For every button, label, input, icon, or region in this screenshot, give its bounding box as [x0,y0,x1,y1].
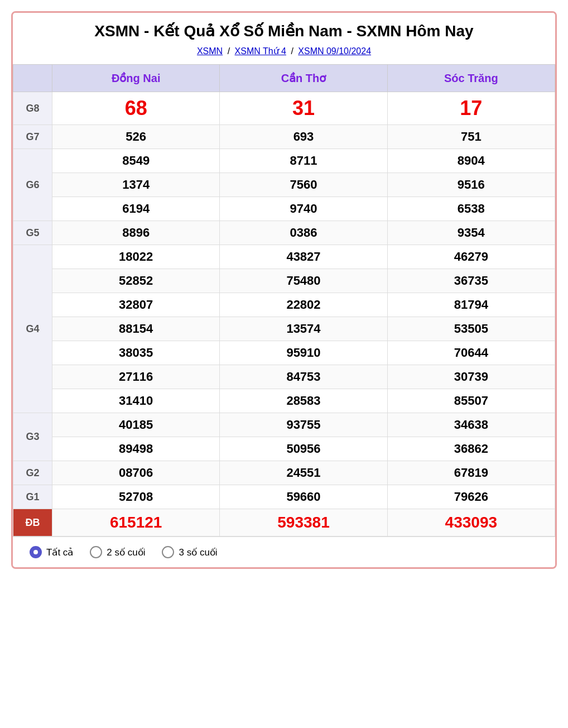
page-title: XSMN - Kết Quả Xổ Số Miền Nam - SXMN Hôm… [13,13,555,44]
breadcrumb-link-2[interactable]: XSMN Thứ 4 [235,46,286,56]
g4-can-tho-3: 22802 [220,293,387,317]
table-row-g6-1: G6 8549 8711 8904 [13,149,555,173]
g6-can-tho-3: 9740 [220,197,387,221]
row-label-g6: G6 [13,149,52,221]
table-row-g4-3: 32807 22802 81794 [13,293,555,317]
g4-can-tho-4: 13574 [220,317,387,341]
table-row-g2: G2 08706 24551 67819 [13,461,555,485]
g6-soc-trang-2: 9516 [387,173,555,197]
col-header-can-tho: Cần Thơ [220,65,387,92]
table-row-g1: G1 52708 59660 79626 [13,485,555,509]
filter-2-digits-label: 2 số cuối [107,547,145,558]
main-container: XSMN - Kết Quả Xổ Số Miền Nam - SXMN Hôm… [11,11,557,569]
g4-soc-trang-2: 36735 [387,269,555,293]
filter-bar: Tất cả 2 số cuối 3 số cuối [13,537,555,567]
g4-dong-nai-7: 31410 [52,389,220,413]
g3-dong-nai-1: 40185 [52,413,220,437]
g6-dong-nai-2: 1374 [52,173,220,197]
table-row-g4-7: 31410 28583 85507 [13,389,555,413]
g3-soc-trang-2: 36862 [387,437,555,461]
table-row-db: ĐB 615121 593381 433093 [13,509,555,537]
g4-soc-trang-7: 85507 [387,389,555,413]
filter-3-digits-label: 3 số cuối [179,547,217,558]
col-header-soc-trang: Sóc Trăng [387,65,555,92]
g2-soc-trang: 67819 [387,461,555,485]
g1-soc-trang: 79626 [387,485,555,509]
row-label-g2: G2 [13,461,52,485]
g4-dong-nai-5: 38035 [52,341,220,365]
g8-soc-trang: 17 [387,92,555,125]
g4-dong-nai-6: 27116 [52,365,220,389]
g2-can-tho: 24551 [220,461,387,485]
g7-dong-nai: 526 [52,125,220,149]
g3-can-tho-1: 93755 [220,413,387,437]
g4-soc-trang-1: 46279 [387,245,555,269]
g5-soc-trang: 9354 [387,221,555,245]
g7-can-tho: 693 [220,125,387,149]
g5-can-tho: 0386 [220,221,387,245]
g6-can-tho-2: 7560 [220,173,387,197]
col-header-label [13,65,52,92]
results-table: Đồng Nai Cần Thơ Sóc Trăng G8 68 31 17 G… [13,64,555,537]
table-row-g4-4: 88154 13574 53505 [13,317,555,341]
table-row-g8: G8 68 31 17 [13,92,555,125]
table-row-g6-2: 1374 7560 9516 [13,173,555,197]
db-dong-nai: 615121 [52,509,220,537]
radio-all [30,546,42,558]
breadcrumb-link-3[interactable]: XSMN 09/10/2024 [298,46,371,56]
g2-dong-nai: 08706 [52,461,220,485]
g4-soc-trang-3: 81794 [387,293,555,317]
table-row-g4-5: 38035 95910 70644 [13,341,555,365]
db-can-tho: 593381 [220,509,387,537]
table-row-g4-2: 52852 75480 36735 [13,269,555,293]
g8-can-tho: 31 [220,92,387,125]
breadcrumb-link-1[interactable]: XSMN [197,46,223,56]
g3-can-tho-2: 50956 [220,437,387,461]
g4-dong-nai-4: 88154 [52,317,220,341]
g4-dong-nai-3: 32807 [52,293,220,317]
row-label-g4: G4 [13,245,52,413]
radio-3-digits [162,546,174,558]
filter-2-digits[interactable]: 2 số cuối [90,546,145,558]
table-row-g4-6: 27116 84753 30739 [13,365,555,389]
row-label-g1: G1 [13,485,52,509]
table-row-g3-1: G3 40185 93755 34638 [13,413,555,437]
g4-can-tho-5: 95910 [220,341,387,365]
g1-can-tho: 59660 [220,485,387,509]
col-header-dong-nai: Đồng Nai [52,65,220,92]
g4-soc-trang-4: 53505 [387,317,555,341]
g4-can-tho-6: 84753 [220,365,387,389]
table-row-g7: G7 526 693 751 [13,125,555,149]
filter-all[interactable]: Tất cả [30,546,73,558]
table-row-g4-1: G4 18022 43827 46279 [13,245,555,269]
g6-dong-nai-1: 8549 [52,149,220,173]
row-label-db: ĐB [13,509,52,537]
g6-soc-trang-1: 8904 [387,149,555,173]
table-row-g6-3: 6194 9740 6538 [13,197,555,221]
g4-can-tho-2: 75480 [220,269,387,293]
db-soc-trang: 433093 [387,509,555,537]
row-label-g5: G5 [13,221,52,245]
filter-3-digits[interactable]: 3 số cuối [162,546,217,558]
g4-soc-trang-5: 70644 [387,341,555,365]
g4-can-tho-7: 28583 [220,389,387,413]
g6-dong-nai-3: 6194 [52,197,220,221]
g6-soc-trang-3: 6538 [387,197,555,221]
row-label-g3: G3 [13,413,52,461]
row-label-g8: G8 [13,92,52,125]
g6-can-tho-1: 8711 [220,149,387,173]
g7-soc-trang: 751 [387,125,555,149]
g4-dong-nai-2: 52852 [52,269,220,293]
row-label-g7: G7 [13,125,52,149]
g8-dong-nai: 68 [52,92,220,125]
radio-2-digits [90,546,102,558]
table-row-g5: G5 8896 0386 9354 [13,221,555,245]
g5-dong-nai: 8896 [52,221,220,245]
g3-dong-nai-2: 89498 [52,437,220,461]
filter-all-label: Tất cả [46,547,73,558]
g3-soc-trang-1: 34638 [387,413,555,437]
table-row-g3-2: 89498 50956 36862 [13,437,555,461]
breadcrumb: XSMN / XSMN Thứ 4 / XSMN 09/10/2024 [13,44,555,64]
g1-dong-nai: 52708 [52,485,220,509]
g4-dong-nai-1: 18022 [52,245,220,269]
